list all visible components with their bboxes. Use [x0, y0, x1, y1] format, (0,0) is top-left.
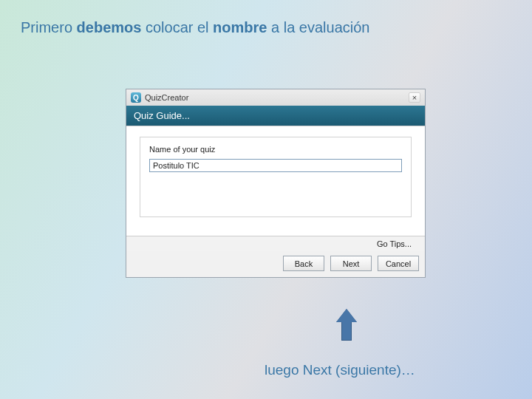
arrow-stem-icon	[341, 321, 352, 341]
instruction-heading-top: Primero debemos colocar el nombre a la e…	[21, 19, 369, 36]
back-button[interactable]: Back	[283, 256, 324, 271]
text: Primero	[21, 19, 77, 35]
window-title: QuizCreator	[145, 93, 409, 102]
quiz-guide-dialog: Q QuizCreator × Quiz Guide... Name of yo…	[126, 89, 426, 278]
app-icon: Q	[131, 92, 141, 103]
highlight-arrow-icon	[336, 309, 357, 341]
instruction-heading-bottom: luego Next (siguiente)…	[265, 362, 415, 378]
text: a la evaluación	[267, 19, 369, 35]
arrow-head-icon	[336, 309, 357, 322]
form-panel: Name of your quiz	[140, 137, 412, 217]
quiz-name-label: Name of your quiz	[149, 145, 402, 154]
tips-link[interactable]: Go Tips...	[126, 236, 425, 251]
text: colocar el	[141, 19, 213, 35]
quiz-name-input[interactable]	[149, 159, 402, 172]
cancel-button[interactable]: Cancel	[378, 256, 419, 271]
dialog-subheader: Quiz Guide...	[126, 106, 425, 126]
close-icon[interactable]: ×	[409, 92, 420, 103]
next-button[interactable]: Next	[330, 256, 372, 271]
dialog-body: Name of your quiz	[126, 126, 425, 236]
titlebar[interactable]: Q QuizCreator ×	[126, 89, 425, 106]
text-bold: nombre	[213, 19, 267, 35]
text-bold: debemos	[77, 19, 142, 35]
button-row: Back Next Cancel	[126, 251, 425, 277]
